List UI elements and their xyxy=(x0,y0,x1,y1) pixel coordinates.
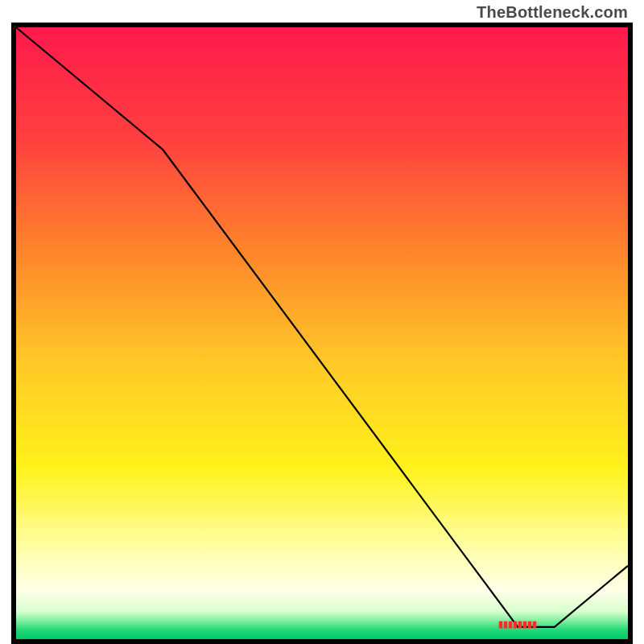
attribution-link[interactable]: TheBottleneck.com xyxy=(477,3,628,22)
chart-svg: ▮▮▮▮▮▮▮▮ xyxy=(11,23,633,644)
plot-background xyxy=(16,27,628,639)
data-point-label: ▮▮▮▮▮▮▮▮ xyxy=(498,619,537,629)
chart-container: TheBottleneck.com ▮▮▮▮▮▮▮▮ xyxy=(0,0,644,644)
